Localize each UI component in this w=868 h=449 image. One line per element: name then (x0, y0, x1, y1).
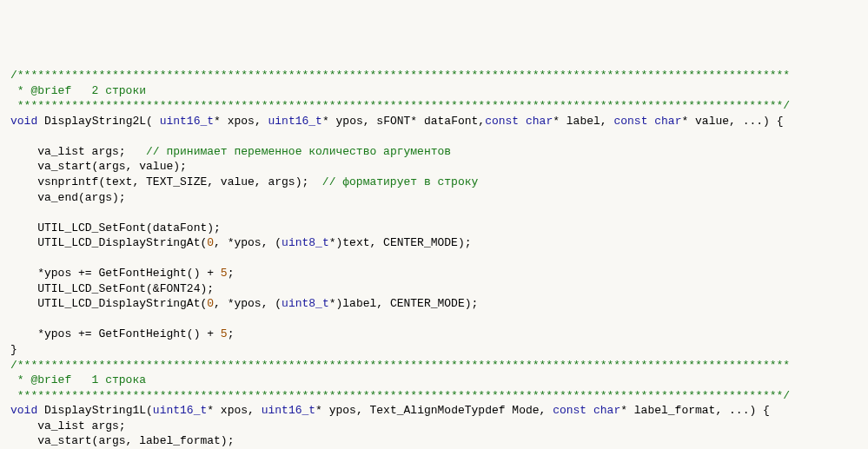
code-token: } (10, 343, 17, 356)
code-token: ; (228, 267, 235, 280)
code-token: uint16_t (262, 404, 315, 417)
code-token: void (10, 115, 37, 128)
code-token: uint16_t (268, 115, 322, 128)
code-token: va_end(args); (10, 191, 126, 204)
code-token: 5 (221, 327, 228, 340)
code-token (519, 115, 526, 128)
code-line (10, 129, 858, 144)
code-token: ****************************************… (10, 99, 790, 112)
code-line: va_list args; // принимает переменное ко… (10, 144, 858, 160)
code-token: va_start(args, value); (10, 160, 187, 173)
code-line: /***************************************… (10, 358, 858, 373)
code-token: *)label, CENTER_MODE); (329, 297, 479, 310)
code-line: * @brief 1 строка (10, 373, 858, 388)
code-token: ****************************************… (10, 389, 790, 402)
code-token: * @brief 1 строка (10, 373, 146, 386)
code-token: DisplayString2L( (37, 115, 159, 128)
code-token: * label_format, ...) { (620, 404, 770, 417)
code-token: , *ypos, ( (214, 236, 282, 249)
code-token: * xpos, (207, 404, 261, 417)
code-token: char (526, 115, 553, 128)
code-token: * xpos, (214, 115, 268, 128)
code-token: *)text, CENTER_MODE); (329, 236, 472, 249)
code-token: * label, (553, 115, 613, 128)
code-token: UTIL_LCD_SetFont(dataFont); (10, 221, 221, 234)
code-line: ****************************************… (10, 98, 858, 114)
code-line: va_start(args, label_format); (10, 433, 858, 449)
code-token: void (10, 404, 37, 417)
code-line: } (10, 342, 858, 358)
code-line: /***************************************… (10, 68, 858, 83)
code-token: const (553, 404, 586, 417)
code-line: UTIL_LCD_SetFont(&FONT24); (10, 281, 858, 297)
code-block: /***************************************… (10, 68, 858, 449)
code-line: UTIL_LCD_DisplayStringAt(0, *ypos, (uint… (10, 235, 858, 251)
code-token: /***************************************… (10, 69, 790, 82)
code-token: va_list args; (10, 145, 146, 158)
code-token: UTIL_LCD_DisplayStringAt( (10, 297, 207, 310)
code-token: const (613, 115, 647, 128)
code-token: const (485, 115, 519, 128)
code-token: 0 (207, 297, 214, 310)
code-token: * @brief 2 строки (10, 84, 146, 97)
code-token: 0 (207, 236, 214, 249)
code-line (10, 251, 858, 267)
code-token: uint16_t (153, 404, 207, 417)
code-token: // принимает переменное количество аргум… (146, 145, 451, 158)
code-token: /***************************************… (10, 359, 790, 372)
code-line: UTIL_LCD_DisplayStringAt(0, *ypos, (uint… (10, 296, 858, 312)
code-token: uint8_t (282, 236, 329, 249)
code-token: UTIL_LCD_DisplayStringAt( (10, 236, 207, 249)
code-token: vsnprintf(text, TEXT_SIZE, value, args); (10, 175, 322, 188)
code-line: *ypos += GetFontHeight() + 5; (10, 327, 858, 342)
code-token: uint16_t (160, 115, 214, 128)
code-token: // форматирует в строку (322, 175, 478, 188)
code-line: * @brief 2 строки (10, 83, 858, 99)
code-token: char (654, 115, 681, 128)
code-line: ****************************************… (10, 388, 858, 404)
code-line: *ypos += GetFontHeight() + 5; (10, 266, 858, 281)
code-token: uint8_t (282, 297, 329, 310)
code-line: va_end(args); (10, 190, 858, 206)
code-line: UTIL_LCD_SetFont(dataFont); (10, 221, 858, 236)
code-token: *ypos += GetFontHeight() + (10, 267, 221, 280)
code-line: void DisplayString1L(uint16_t* xpos, uin… (10, 403, 858, 419)
code-token: char (593, 404, 620, 417)
code-line (10, 205, 858, 221)
code-token: , *ypos, ( (214, 297, 282, 310)
code-token: * ypos, sFONT* dataFont, (322, 115, 485, 128)
code-line: va_list args; (10, 419, 858, 434)
code-line (10, 312, 858, 327)
code-token: * ypos, Text_AlignModeTypdef Mode, (315, 404, 553, 417)
code-token: UTIL_LCD_SetFont(&FONT24); (10, 282, 214, 295)
code-line: vsnprintf(text, TEXT_SIZE, value, args);… (10, 175, 858, 190)
code-token: *ypos += GetFontHeight() + (10, 327, 221, 340)
code-line: void DisplayString2L( uint16_t* xpos, ui… (10, 114, 858, 129)
code-token (586, 404, 593, 417)
code-token: 5 (221, 267, 228, 280)
code-token: va_start(args, label_format); (10, 434, 234, 447)
code-token: * value, ...) { (681, 115, 783, 128)
code-token: ; (228, 327, 235, 340)
code-token: va_list args; (10, 419, 126, 432)
code-line: va_start(args, value); (10, 159, 858, 175)
code-token: DisplayString1L( (37, 404, 153, 417)
